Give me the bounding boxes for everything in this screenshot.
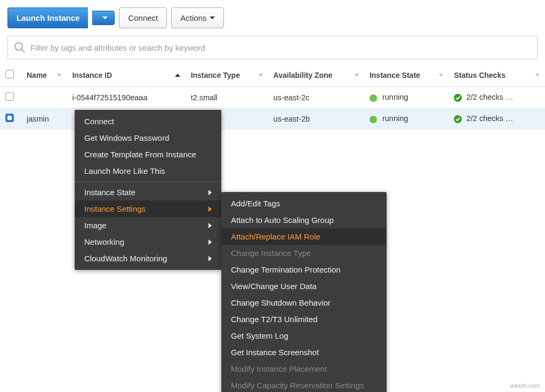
caret-down-icon xyxy=(210,17,215,19)
sort-icon xyxy=(57,74,61,76)
actions-button[interactable]: Actions xyxy=(171,7,224,28)
search-bar[interactable] xyxy=(7,36,538,59)
svg-line-1 xyxy=(21,49,25,52)
connect-button[interactable]: Connect xyxy=(119,7,167,28)
launch-instance-dropdown[interactable] xyxy=(92,11,115,25)
cell-instance-type: t2.small xyxy=(186,87,268,108)
launch-instance-button[interactable]: Launch Instance xyxy=(7,7,88,28)
col-az[interactable]: Availability Zone xyxy=(268,63,364,87)
check-circle-icon xyxy=(454,115,462,123)
sort-icon xyxy=(439,74,443,76)
select-all-checkbox[interactable] xyxy=(5,70,14,78)
context-menu: Connect Get Windows Password Create Temp… xyxy=(75,110,221,130)
toolbar: Launch Instance Connect Actions xyxy=(0,0,545,36)
caret-down-icon xyxy=(102,17,108,19)
cell-az: us-east-2c xyxy=(268,87,364,108)
col-status[interactable]: Status Checks xyxy=(448,63,545,87)
table-header-row: Name Instance ID Instance Type Availabil… xyxy=(0,63,545,87)
svg-point-0 xyxy=(15,43,22,50)
cell-name xyxy=(21,87,67,108)
cell-status: 2/2 checks … xyxy=(448,87,545,108)
col-instance-id[interactable]: Instance ID xyxy=(67,63,185,87)
sort-icon xyxy=(355,74,359,76)
cell-status: 2/2 checks … xyxy=(448,108,545,130)
table-row[interactable]: i-0544f72515190eaaa t2.small us-east-2c … xyxy=(0,87,545,108)
cell-name: jasmin xyxy=(21,108,67,130)
status-dot-icon xyxy=(370,116,377,123)
col-name[interactable]: Name xyxy=(21,63,67,87)
ctx-connect[interactable]: Connect xyxy=(75,113,221,130)
cell-az: us-east-2b xyxy=(268,108,364,130)
actions-label: Actions xyxy=(180,13,206,22)
cell-state: running xyxy=(364,108,449,130)
col-state[interactable]: Instance State xyxy=(364,63,449,87)
row-checkbox[interactable] xyxy=(5,92,14,101)
sort-icon xyxy=(535,74,540,76)
col-instance-type[interactable]: Instance Type xyxy=(186,63,268,87)
status-dot-icon xyxy=(370,94,377,102)
search-input[interactable] xyxy=(26,39,532,57)
row-checkbox[interactable] xyxy=(5,114,14,122)
check-circle-icon xyxy=(454,94,462,102)
search-icon xyxy=(13,41,26,54)
sort-icon xyxy=(259,74,263,76)
cell-instance-id: i-0544f72515190eaaa xyxy=(67,87,185,108)
sort-asc-icon xyxy=(175,74,180,77)
cell-state: running xyxy=(364,87,449,108)
